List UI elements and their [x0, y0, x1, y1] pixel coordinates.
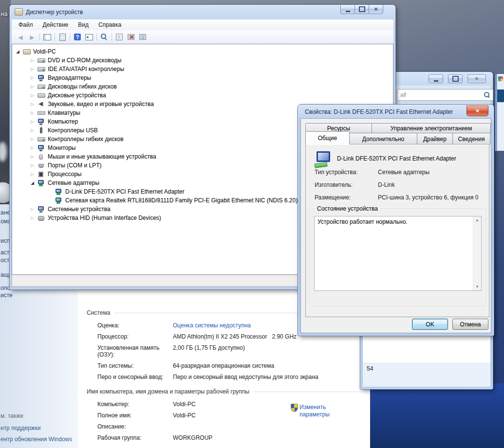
close-icon: × [374, 7, 378, 12]
expand-toggle-icon[interactable] [31, 84, 37, 89]
search-text: all [400, 91, 484, 98]
expand-toggle-icon[interactable] [31, 119, 37, 124]
info-label: Перо и сенсорный ввод: [97, 374, 173, 380]
expand-toggle-icon[interactable] [31, 128, 37, 133]
device-icon [37, 92, 45, 99]
add-legacy-hardware-icon[interactable] [137, 32, 149, 42]
device-status-group: Состояние устройства Устройство работает… [310, 209, 486, 306]
menu-item[interactable]: Вид [73, 20, 93, 29]
tree-item[interactable]: Дисковые устройства [12, 91, 393, 100]
tree-item-label: Дисковые устройства [48, 92, 106, 99]
expand-toggle-icon[interactable] [31, 102, 37, 107]
info-value: 64-разрядная операционная система [173, 362, 362, 369]
ok-button[interactable]: OK [412, 319, 448, 330]
close-icon: × [475, 76, 479, 81]
see-also-link-fragment[interactable]: ентр обновления Windows [0, 436, 72, 443]
expand-toggle-icon[interactable] [31, 163, 37, 168]
expand-toggle-icon[interactable] [31, 180, 37, 185]
nav-link-fragment[interactable]: ане [0, 209, 10, 216]
minimize-button[interactable] [340, 5, 355, 14]
properties-icon[interactable] [56, 32, 68, 42]
expand-toggle-icon[interactable] [31, 145, 37, 150]
nav-link-fragment[interactable]: опо [0, 285, 10, 291]
back-icon[interactable] [15, 32, 26, 42]
device-icon [55, 197, 63, 204]
help-icon[interactable] [72, 32, 83, 42]
expand-toggle-icon[interactable] [31, 75, 37, 80]
app-header-band [497, 90, 504, 102]
update-driver-icon[interactable] [113, 32, 125, 42]
expand-toggle-icon[interactable] [31, 58, 37, 63]
tree-item[interactable]: Видеоадаптеры [12, 73, 393, 82]
info-value: WORKGROUP [173, 434, 362, 441]
app-icon [498, 76, 503, 81]
tab[interactable]: Общие [305, 131, 350, 144]
forward-icon[interactable] [26, 32, 38, 42]
expand-toggle-icon[interactable] [31, 154, 37, 159]
dialog-body: Ресурсы Управление электропитанием Общие… [300, 118, 491, 333]
tree-item-label: Мыши и иные указывающие устройства [48, 153, 156, 160]
expand-toggle-icon[interactable] [31, 207, 37, 212]
tab[interactable]: Сведения [452, 133, 490, 144]
search-input[interactable]: all [397, 89, 493, 101]
tab[interactable]: Управление электропитанием [372, 123, 491, 133]
tab[interactable]: Драйвер [417, 133, 453, 144]
menu-item[interactable]: Файл [14, 20, 38, 29]
close-button[interactable]: × [467, 106, 488, 116]
cancel-button[interactable]: Отмена [452, 319, 488, 330]
expand-toggle-icon[interactable] [31, 137, 37, 142]
tree-item-label: DVD и CD-ROM дисководы [48, 57, 121, 64]
change-settings-link[interactable]: Изменить параметры [291, 404, 335, 418]
minimize-button[interactable] [429, 74, 443, 83]
device-manager-icon [15, 8, 23, 16]
minimize-icon [434, 80, 438, 82]
expand-toggle-icon[interactable] [16, 49, 23, 54]
expand-toggle-icon[interactable] [31, 110, 37, 115]
device-icon [37, 215, 45, 221]
expand-toggle-icon[interactable] [31, 93, 37, 98]
tree-item-label: Контроллеры USB [48, 127, 98, 134]
menu-item[interactable]: Справка [93, 20, 126, 29]
close-button[interactable]: × [467, 74, 486, 83]
maximize-button[interactable] [448, 74, 463, 83]
device-status-textbox[interactable]: Устройство работает нормально. ▲ ▼ [314, 216, 482, 291]
list-item[interactable]: 54 [363, 363, 490, 386]
tree-item-label: Клавиатуры [48, 109, 80, 116]
see-also-link-fragment[interactable]: нтр поддержки [0, 425, 40, 431]
maximize-icon [359, 6, 365, 12]
device-icon [37, 84, 45, 90]
nav-link-fragment[interactable]: исп [0, 237, 10, 244]
tree-item[interactable]: Voldi-PC [12, 47, 393, 56]
scan-hardware-changes-icon[interactable] [98, 32, 110, 42]
device-icon [37, 154, 45, 160]
device-icon [37, 145, 45, 151]
tree-item-label: IDE ATA/ATAPI контроллеры [48, 66, 124, 72]
wallpaper-mountain [0, 0, 11, 209]
maximize-icon [452, 76, 459, 82]
search-icon[interactable] [484, 92, 490, 98]
tab[interactable]: Дополнительно [349, 133, 417, 144]
scroll-down-icon[interactable]: ▼ [475, 285, 479, 289]
toolbar-separator [95, 32, 98, 42]
menu-item[interactable]: Действие [38, 20, 74, 29]
expand-toggle-icon[interactable] [31, 67, 37, 72]
nav-link-fragment[interactable]: исте [0, 292, 13, 299]
property-value: Сетевые адаптеры [378, 169, 429, 176]
tab-row-front: Общие Дополнительно Драйвер Сведения [305, 133, 490, 144]
expand-toggle-icon[interactable] [31, 172, 37, 177]
maximize-button[interactable] [355, 5, 369, 14]
tree-item[interactable]: DVD и CD-ROM дисководы [12, 56, 393, 65]
scroll-up-icon[interactable]: ▲ [475, 218, 479, 222]
tree-item[interactable]: Дисководы гибких дисков [12, 82, 393, 91]
items-window-icon[interactable] [83, 32, 95, 42]
minimize-icon [346, 11, 350, 12]
scrollbar[interactable]: ▲ ▼ [473, 216, 481, 290]
property-row: Размещение: PCI-шина 3, устройство 6, фу… [315, 194, 479, 201]
close-button[interactable]: × [369, 5, 383, 14]
tree-item[interactable]: IDE ATA/ATAPI контроллеры [12, 65, 393, 73]
console-tree-icon[interactable] [41, 32, 53, 42]
uninstall-device-icon[interactable] [125, 32, 137, 42]
right-edge-window-sliver [495, 74, 504, 151]
expand-toggle-icon[interactable] [31, 215, 37, 220]
dialog-title: Свойства: D-Link DFE-520TX PCI Fast Ethe… [305, 108, 453, 115]
